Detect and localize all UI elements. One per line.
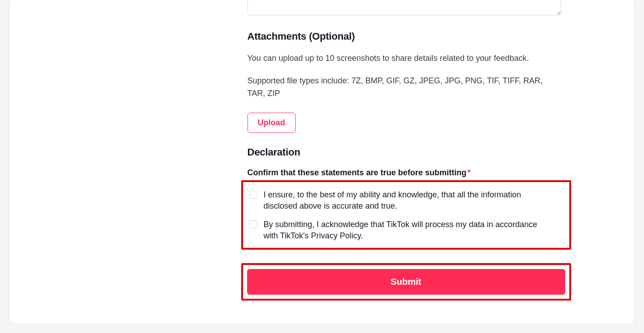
upload-button[interactable]: Upload xyxy=(248,113,296,133)
submit-button[interactable]: Submit xyxy=(247,269,565,295)
declaration-highlight-box: I ensure, to the best of my ability and … xyxy=(241,180,571,250)
confirm-statements-text: Confirm that these statements are true b… xyxy=(248,168,467,177)
declaration-text-2: By submitting, I acknowledge that TikTok… xyxy=(264,219,549,242)
declaration-heading: Declaration xyxy=(248,146,561,158)
required-indicator: * xyxy=(468,168,471,177)
form-content: Attachments (Optional) You can upload up… xyxy=(83,0,561,301)
declaration-checkbox-2[interactable] xyxy=(249,220,257,228)
declaration-checkbox-1[interactable] xyxy=(249,191,257,199)
declaration-item-1: I ensure, to the best of my ability and … xyxy=(249,189,563,212)
attachments-help-2: Supported file types include: 7Z, BMP, G… xyxy=(248,75,561,100)
declaration-item-2: By submitting, I acknowledge that TikTok… xyxy=(249,219,563,242)
declaration-text-1: I ensure, to the best of my ability and … xyxy=(264,189,549,212)
attachments-help-1: You can upload up to 10 screenshots to s… xyxy=(248,52,561,65)
form-card: Attachments (Optional) You can upload up… xyxy=(10,0,634,323)
submit-highlight-box: Submit xyxy=(241,263,571,301)
feedback-textarea[interactable] xyxy=(248,0,561,15)
confirm-statements-label: Confirm that these statements are true b… xyxy=(248,168,561,178)
attachments-heading: Attachments (Optional) xyxy=(248,31,561,42)
